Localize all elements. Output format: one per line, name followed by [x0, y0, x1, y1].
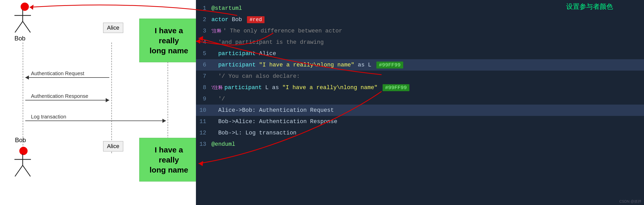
svg-line-6	[15, 165, 23, 176]
code-line-13: 13 @enduml	[196, 139, 644, 150]
svg-line-2	[15, 21, 23, 32]
alice-label-top: Alice	[107, 24, 119, 31]
code-line-11: 11 Bob->Alice: Authentication Response	[196, 116, 644, 127]
code-line-10: 10 Alice->Bob: Authentication Request	[196, 105, 644, 116]
diagram-area: Bob Alice I have a reallylong name Authe…	[0, 0, 196, 205]
badge-green-6: #99FF99	[376, 62, 403, 69]
watermark: CSDN @抓拌	[619, 199, 641, 204]
alice-box-bottom: Alice	[103, 141, 123, 151]
code-line-8: 8 '/注释 participant L as "I have a really…	[196, 82, 644, 93]
code-line-12: 12 Bob->L: Log transaction	[196, 127, 644, 139]
log-transaction-label: Log transaction	[31, 114, 66, 120]
auth-request-label: Authentication Request	[31, 71, 84, 76]
auth-response-label: Authentication Response	[31, 93, 88, 99]
bob-bottom-figure	[7, 154, 38, 187]
long-name-box-top: I have a reallylong name	[139, 19, 199, 62]
code-panel: 设置参与者颜色 1 @startuml 2 actor Bob #red 3 '…	[196, 0, 644, 205]
auth-response-line	[25, 100, 109, 100]
code-line-4: 4 'and participant is the drawing	[196, 37, 644, 48]
long-name-box-bottom: I have a reallylong name	[139, 138, 199, 182]
code-line-9: 9 '/	[196, 93, 644, 105]
bob-bottom-label: Bob	[15, 136, 26, 144]
log-transaction-line	[25, 121, 166, 121]
svg-line-7	[23, 165, 30, 176]
auth-request-line	[25, 77, 109, 78]
code-line-3: 3 '注释 ' The only difference between acto…	[196, 25, 644, 37]
bob-top-label: Bob	[14, 35, 26, 42]
code-line-5: 5 participant Alice	[196, 48, 644, 59]
badge-red-2: #red	[247, 16, 265, 23]
code-title: 设置参与者颜色	[566, 2, 613, 11]
badge-green-8: #99FF99	[383, 84, 409, 91]
alice-label-bottom: Alice	[107, 143, 119, 149]
code-line-7: 7 '/ You can also declare:	[196, 71, 644, 82]
code-line-2: 2 actor Bob #red	[196, 14, 644, 25]
code-line-6: 6 participant "I have a really\nlong nam…	[196, 59, 644, 71]
lifeline-alice	[111, 42, 112, 153]
alice-box-top: Alice	[103, 23, 123, 33]
svg-line-3	[23, 21, 30, 32]
